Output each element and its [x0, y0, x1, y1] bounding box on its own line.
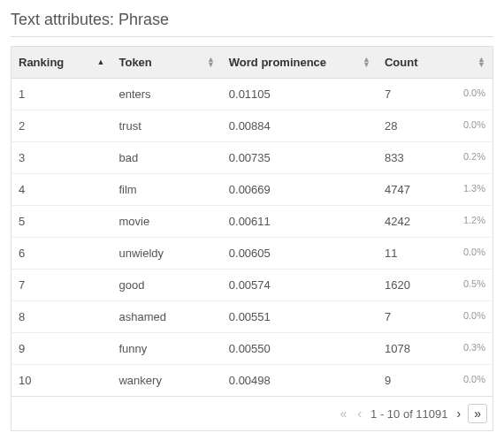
- cell-count: 280.0%: [378, 110, 493, 142]
- cell-ranking: 2: [11, 110, 112, 142]
- sort-icon: ▲▼: [207, 57, 215, 69]
- cell-count: 16200.5%: [378, 270, 493, 301]
- pager: « ‹ 1 - 10 of 11091 › »: [11, 397, 493, 431]
- table-row: 8ashamed0.0055170.0%: [11, 301, 493, 333]
- count-pct: 0.2%: [463, 151, 485, 162]
- table-row: 5movie0.0061142421.2%: [11, 206, 493, 238]
- cell-token: film: [111, 174, 221, 206]
- cell-ranking: 5: [11, 206, 112, 238]
- count-value: 7: [385, 87, 391, 101]
- table-row: 2trust0.00884280.0%: [11, 110, 493, 142]
- cell-count: 47471.3%: [378, 174, 493, 206]
- sort-asc-icon: ▲: [97, 57, 105, 69]
- pager-next-icon[interactable]: ›: [452, 405, 467, 422]
- cell-token: ashamed: [111, 301, 221, 333]
- pager-prev-icon[interactable]: ‹: [352, 405, 367, 422]
- count-value: 1620: [385, 278, 410, 292]
- cell-prominence: 0.00574: [222, 270, 378, 301]
- table-row: 4film0.0066947471.3%: [11, 174, 493, 206]
- cell-count: 42421.2%: [378, 206, 493, 238]
- count-value: 4242: [385, 215, 410, 228]
- cell-count: 110.0%: [378, 238, 493, 270]
- cell-ranking: 6: [11, 238, 112, 270]
- cell-ranking: 3: [11, 142, 112, 174]
- cell-ranking: 10: [11, 365, 112, 397]
- col-header-ranking-label: Ranking: [19, 56, 64, 69]
- cell-prominence: 0.00498: [222, 365, 378, 397]
- table-row: 6unwieldy0.00605110.0%: [11, 238, 493, 270]
- cell-token: funny: [111, 333, 221, 365]
- cell-ranking: 4: [11, 174, 112, 206]
- phrase-table: Ranking ▲ Token ▲▼ Word prominence ▲▼ Co…: [11, 46, 493, 397]
- cell-prominence: 0.00551: [222, 301, 378, 333]
- cell-prominence: 0.00669: [222, 174, 378, 206]
- cell-token: wankery: [111, 365, 221, 397]
- cell-ranking: 7: [11, 270, 112, 301]
- cell-token: movie: [111, 206, 221, 238]
- count-value: 28: [385, 119, 397, 133]
- table-body: 1enters0.0110570.0%2trust0.00884280.0%3b…: [11, 79, 493, 397]
- cell-token: trust: [111, 110, 221, 142]
- cell-count: 70.0%: [378, 79, 493, 110]
- count-value: 7: [385, 310, 391, 323]
- cell-ranking: 8: [11, 301, 112, 333]
- col-header-token[interactable]: Token ▲▼: [111, 47, 221, 79]
- count-pct: 0.0%: [463, 247, 485, 257]
- cell-prominence: 0.00735: [222, 142, 378, 174]
- col-header-token-label: Token: [118, 56, 151, 69]
- count-pct: 1.2%: [463, 215, 485, 225]
- count-pct: 0.5%: [463, 278, 485, 289]
- count-value: 833: [385, 151, 404, 164]
- count-value: 4747: [385, 183, 410, 196]
- cell-count: 90.0%: [378, 365, 493, 397]
- col-header-prominence-label: Word prominence: [229, 56, 326, 69]
- cell-prominence: 0.00611: [222, 206, 378, 238]
- count-pct: 0.0%: [463, 310, 485, 321]
- cell-prominence: 0.00550: [222, 333, 378, 365]
- pager-range-text: 1 - 10 of 11091: [370, 407, 447, 421]
- sort-icon: ▲▼: [363, 57, 370, 69]
- count-value: 9: [385, 374, 391, 387]
- cell-count: 8330.2%: [378, 142, 493, 174]
- cell-count: 70.0%: [378, 301, 493, 333]
- count-pct: 0.0%: [463, 87, 485, 98]
- cell-prominence: 0.01105: [222, 79, 378, 110]
- pager-first-icon[interactable]: «: [335, 405, 353, 422]
- count-pct: 1.3%: [463, 183, 485, 194]
- col-header-prominence[interactable]: Word prominence ▲▼: [222, 47, 378, 79]
- sort-icon: ▲▼: [477, 57, 485, 69]
- cell-ranking: 1: [11, 79, 112, 110]
- cell-token: enters: [111, 79, 221, 110]
- cell-token: good: [111, 270, 221, 301]
- page-title: Text attributes: Phrase: [11, 11, 493, 37]
- table-row: 3bad0.007358330.2%: [11, 142, 493, 174]
- count-pct: 0.0%: [463, 374, 485, 384]
- cell-prominence: 0.00884: [222, 110, 378, 142]
- pager-last-icon[interactable]: »: [468, 404, 487, 423]
- count-pct: 0.3%: [463, 342, 485, 353]
- count-value: 1078: [385, 342, 410, 355]
- cell-token: unwieldy: [111, 238, 221, 270]
- table-row: 10wankery0.0049890.0%: [11, 365, 493, 397]
- table-row: 7good0.0057416200.5%: [11, 270, 493, 301]
- cell-token: bad: [111, 142, 221, 174]
- cell-ranking: 9: [11, 333, 112, 365]
- col-header-count-label: Count: [385, 56, 418, 69]
- col-header-count[interactable]: Count ▲▼: [378, 47, 493, 79]
- table-row: 1enters0.0110570.0%: [11, 79, 493, 110]
- cell-count: 10780.3%: [378, 333, 493, 365]
- table-row: 9funny0.0055010780.3%: [11, 333, 493, 365]
- col-header-ranking[interactable]: Ranking ▲: [11, 47, 112, 79]
- count-pct: 0.0%: [463, 119, 485, 130]
- cell-prominence: 0.00605: [222, 238, 378, 270]
- count-value: 11: [385, 247, 397, 260]
